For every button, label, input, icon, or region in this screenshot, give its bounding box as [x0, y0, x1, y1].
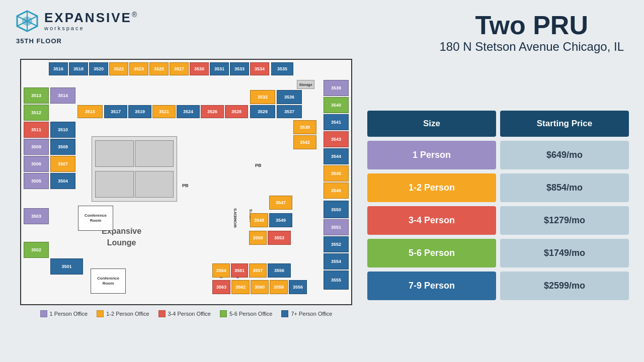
- legend-label-12person: 1-2 Person Office: [106, 311, 149, 317]
- room-storage: Storage: [297, 80, 314, 89]
- building-title: Two PRU 180 N Stetson Avenue Chicago, IL: [440, 9, 624, 54]
- room-3557: 3557: [249, 263, 267, 278]
- room-3562: 3562: [231, 280, 250, 294]
- room-3546: 3546: [324, 183, 349, 199]
- room-3550: 3550: [324, 201, 349, 218]
- floor-plan-container: 3516 3518 3520 3522 3523 3525 3527 3530 …: [15, 59, 357, 345]
- room-3561: 3561: [231, 263, 248, 278]
- logo-text: EXPANSIVE® workspace: [44, 11, 138, 31]
- pricing-price-1person: $649/mo: [500, 141, 629, 169]
- room-3518: 3518: [69, 62, 88, 75]
- room-3532: 3532: [250, 90, 275, 104]
- legend-1person: 1 Person Office: [40, 310, 88, 317]
- room-3508: 3508: [50, 139, 75, 155]
- pb-label-1: PB: [182, 183, 189, 188]
- room-3563: 3563: [212, 280, 230, 294]
- legend-box-green: [220, 310, 227, 317]
- room-3523: 3523: [129, 62, 148, 75]
- room-3503: 3503: [24, 208, 49, 224]
- legend-7person: 7+ Person Office: [281, 310, 332, 317]
- pricing-size-56person: 5-6 Person: [367, 239, 496, 267]
- womens-label: WOMEN'S: [233, 208, 237, 228]
- pricing-table: Size Starting Price 1 Person $649/mo 1-2…: [367, 111, 629, 304]
- room-3509: 3509: [24, 139, 49, 155]
- pricing-price-56person: $1749/mo: [500, 239, 629, 267]
- room-3501: 3501: [50, 258, 83, 275]
- logo-area: EXPANSIVE® workspace 35TH FLOOR: [15, 9, 138, 45]
- pricing-row-12person[interactable]: 1-2 Person $854/mo: [367, 173, 629, 202]
- room-3515: 3515: [77, 105, 103, 118]
- page-header: EXPANSIVE® workspace 35TH FLOOR Two PRU …: [0, 0, 644, 54]
- pricing-header-price: Starting Price: [500, 111, 629, 137]
- room-3527: 3527: [170, 62, 189, 75]
- pricing-price-79person: $2599/mo: [500, 272, 629, 300]
- room-3529: 3529: [250, 105, 275, 118]
- room-3514: 3514: [50, 87, 75, 104]
- pricing-header-size: Size: [367, 111, 496, 137]
- legend-box-orange: [97, 310, 104, 317]
- room-3555: 3555: [324, 270, 349, 290]
- room-3543: 3543: [324, 131, 349, 147]
- room-3535: 3535: [271, 62, 293, 75]
- expansive-logo-icon: [15, 9, 39, 33]
- pricing-price-34person: $1279/mo: [500, 206, 629, 235]
- main-content: 3516 3518 3520 3522 3523 3525 3527 3530 …: [0, 54, 644, 350]
- room-3513: 3513: [24, 87, 49, 104]
- legend-box-red: [158, 310, 166, 317]
- pricing-row-34person[interactable]: 3-4 Person $1279/mo: [367, 206, 629, 235]
- room-3528: 3528: [225, 105, 248, 118]
- room-3525: 3525: [149, 62, 169, 75]
- legend-label-34person: 3-4 Person Office: [168, 311, 211, 317]
- conference-room-1: ConferenceRoom: [78, 206, 113, 231]
- room-3554: 3554: [324, 253, 349, 269]
- room-3502: 3502: [24, 242, 49, 258]
- legend-box-blue: [281, 310, 288, 317]
- room-3533: 3533: [230, 62, 249, 75]
- room-3522: 3522: [109, 62, 128, 75]
- room-3534: 3534: [250, 62, 269, 75]
- room-3519: 3519: [128, 105, 151, 118]
- pricing-header: Size Starting Price: [367, 111, 629, 137]
- floor-label: 35TH FLOOR: [16, 37, 138, 45]
- floor-plan: 3516 3518 3520 3522 3523 3525 3527 3530 …: [20, 59, 352, 305]
- conference-room-2: ConferenceRoom: [91, 268, 126, 294]
- room-3548: 3548: [250, 213, 268, 227]
- room-3511: 3511: [24, 122, 49, 138]
- pricing-row-79person[interactable]: 7-9 Person $2599/mo: [367, 272, 629, 300]
- building-address: 180 N Stetson Avenue Chicago, IL: [440, 40, 624, 54]
- pricing-row-1person[interactable]: 1 Person $649/mo: [367, 141, 629, 169]
- room-3558: 3558: [249, 231, 267, 245]
- pb-label-2: PB: [255, 163, 262, 168]
- legend-label-56person: 5-6 Person Office: [229, 311, 272, 317]
- room-3524: 3524: [177, 105, 200, 118]
- room-3526: 3526: [201, 105, 224, 118]
- legend: 1 Person Office 1-2 Person Office 3-4 Pe…: [40, 310, 333, 317]
- room-3559: 3559: [270, 280, 288, 294]
- room-3507: 3507: [50, 156, 75, 172]
- room-3541: 3541: [324, 114, 349, 130]
- room-3542: 3542: [293, 135, 316, 149]
- room-3512: 3512: [24, 105, 49, 121]
- building-name: Two PRU: [440, 11, 624, 40]
- pricing-row-56person[interactable]: 5-6 Person $1749/mo: [367, 239, 629, 267]
- room-3517: 3517: [104, 105, 127, 118]
- logo-sub: workspace: [44, 25, 138, 31]
- legend-label-1person: 1 Person Office: [50, 311, 88, 317]
- room-3553: 3553: [268, 231, 291, 245]
- room-3537: 3537: [277, 105, 302, 118]
- room-3551: 3551: [324, 219, 349, 235]
- room-3564: 3564: [212, 263, 230, 278]
- room-3510: 3510: [50, 122, 75, 138]
- room-3547: 3547: [269, 196, 292, 210]
- room-3506: 3506: [24, 156, 49, 172]
- pricing-size-12person: 1-2 Person: [367, 173, 496, 202]
- room-3552: 3552: [324, 236, 349, 252]
- room-3556b: 3556: [289, 280, 307, 294]
- room-3556: 3556: [268, 263, 291, 278]
- svg-marker-4: [22, 16, 32, 26]
- room-3521: 3521: [152, 105, 176, 118]
- room-3539: 3539: [324, 80, 349, 96]
- legend-12person: 1-2 Person Office: [97, 310, 149, 317]
- legend-34person: 3-4 Person Office: [158, 310, 211, 317]
- legend-box-purple: [40, 310, 47, 317]
